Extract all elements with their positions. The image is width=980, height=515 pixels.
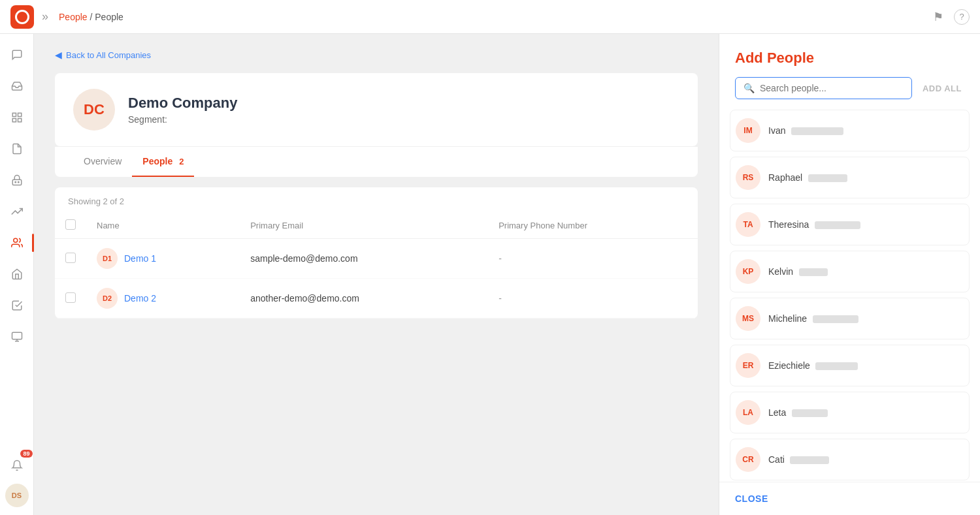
top-bar: » People / People ⚑ ? (0, 0, 980, 34)
person-list-item[interactable]: TA Theresina (730, 204, 970, 245)
back-to-companies-link[interactable]: ◀ Back to All Companies (55, 50, 698, 60)
center-panel: ◀ Back to All Companies DC Demo Company … (34, 34, 719, 515)
person-name-blur (792, 409, 828, 417)
right-panel-footer: CLOSE (719, 482, 980, 515)
table-row: D2 Demo 2 another-demo@demo.com - (55, 279, 698, 319)
sidebar-item-bots[interactable] (4, 167, 30, 193)
user-avatar[interactable]: DS (5, 484, 29, 507)
person-avatar: MS (736, 306, 760, 331)
breadcrumb-current: People (95, 12, 123, 22)
showing-count: Showing 2 of 2 (55, 187, 698, 213)
sidebar-item-chat[interactable] (4, 42, 30, 68)
person-name: Cati (768, 454, 785, 465)
person-name-blur (790, 456, 829, 464)
search-input[interactable] (760, 83, 904, 93)
sidebar-item-contacts[interactable] (4, 230, 30, 256)
right-panel-header: Add People 🔍 ADD ALL (719, 34, 980, 110)
person-avatar: RS (736, 165, 760, 190)
person-name-link[interactable]: Demo 2 (124, 293, 156, 304)
row-email-cell: another-demo@demo.com (240, 279, 488, 319)
person-name: Theresina (768, 219, 809, 230)
svg-rect-3 (12, 119, 16, 122)
back-arrow-icon: ◀ (55, 50, 62, 60)
sidebar-item-dashboard[interactable] (4, 104, 30, 131)
close-button[interactable]: CLOSE (735, 493, 768, 504)
person-list-item[interactable]: ER Eziechiele (730, 345, 970, 386)
title-prefix: Add (735, 50, 767, 66)
flag-icon[interactable]: ⚑ (933, 10, 943, 24)
person-avatar: IM (736, 118, 760, 143)
svg-rect-1 (18, 113, 21, 116)
person-info: Cati (768, 454, 964, 465)
col-email: Primary Email (240, 213, 488, 239)
sidebar-item-settings[interactable] (4, 324, 30, 350)
tab-people-count: 2 (179, 157, 184, 166)
person-avatar: CR (736, 447, 760, 472)
person-name-link[interactable]: Demo 1 (124, 253, 156, 264)
row-checkbox[interactable] (65, 253, 76, 263)
person-name-blur (791, 127, 843, 135)
person-list-item[interactable]: RS Raphael (730, 157, 970, 198)
company-info: Demo Company Segment: (128, 95, 237, 125)
search-row: 🔍 ADD ALL (735, 77, 964, 99)
table-row: D1 Demo 1 sample-demo@demo.com - (55, 239, 698, 279)
svg-point-5 (15, 181, 16, 183)
svg-point-7 (13, 238, 17, 242)
row-checkbox-cell (55, 239, 86, 279)
person-list-item[interactable]: MS Micheline (730, 298, 970, 339)
person-name-blur (813, 315, 858, 323)
svg-rect-2 (18, 119, 21, 122)
person-info: Ivan (768, 125, 964, 136)
people-table-section: Showing 2 of 2 Name Primary Email Primar… (55, 187, 698, 319)
tab-people-label: People (142, 156, 172, 166)
sidebar-item-audit[interactable] (4, 292, 30, 319)
tab-people[interactable]: People 2 (132, 147, 194, 177)
sidebar-item-analytics[interactable] (4, 198, 30, 225)
notification-count: 89 (20, 450, 32, 458)
right-panel: Add People 🔍 ADD ALL IM Ivan RS Raphael (719, 34, 980, 515)
row-email-cell: sample-demo@demo.com (240, 239, 488, 279)
person-list-item[interactable]: CR Cati (730, 439, 970, 480)
row-phone-cell: - (488, 279, 698, 319)
segment-label: Segment: (128, 114, 167, 125)
add-all-button[interactable]: ADD ALL (920, 78, 964, 99)
person-name-blur (815, 221, 860, 229)
top-bar-actions: ⚑ ? (933, 9, 970, 25)
person-name: Kelvin (768, 266, 793, 277)
person-name: Eziechiele (768, 360, 810, 371)
row-phone-cell: - (488, 239, 698, 279)
person-avatar: ER (736, 353, 760, 378)
sidebar-bottom: 89 DS (4, 452, 30, 507)
row-checkbox[interactable] (65, 292, 76, 303)
company-name: Demo Company (128, 95, 237, 112)
person-info: Kelvin (768, 266, 964, 277)
svg-rect-4 (12, 179, 22, 185)
search-box: 🔍 (735, 77, 912, 99)
breadcrumb-parent[interactable]: People (59, 12, 88, 22)
company-segment: Segment: (128, 114, 237, 125)
svg-point-6 (18, 181, 19, 183)
breadcrumb: People / People (59, 12, 123, 22)
expand-nav-button[interactable]: » (42, 10, 48, 23)
sidebar-item-reports[interactable] (4, 261, 30, 287)
row-name-cell: D2 Demo 2 (86, 279, 240, 319)
person-name-blur (808, 174, 847, 182)
person-list-item[interactable]: IM Ivan (730, 110, 970, 151)
select-all-checkbox[interactable] (65, 219, 76, 230)
sidebar-item-inbox[interactable] (4, 73, 30, 99)
person-name: Micheline (768, 313, 807, 324)
title-highlight: People (767, 50, 814, 66)
person-list-item[interactable]: KP Kelvin (730, 251, 970, 292)
person-name-blur (815, 362, 858, 370)
person-info: Eziechiele (768, 360, 964, 371)
help-icon[interactable]: ? (954, 9, 970, 25)
person-list-item[interactable]: LA Leta (730, 392, 970, 433)
person-avatar: LA (736, 400, 760, 425)
company-card: DC Demo Company Segment: (55, 73, 698, 146)
person-name: Ivan (768, 125, 785, 136)
notifications-button[interactable]: 89 (4, 452, 30, 478)
sidebar-item-forms[interactable] (4, 136, 30, 162)
app-logo[interactable] (10, 5, 34, 29)
row-name-cell: D1 Demo 1 (86, 239, 240, 279)
tab-overview[interactable]: Overview (73, 147, 132, 177)
